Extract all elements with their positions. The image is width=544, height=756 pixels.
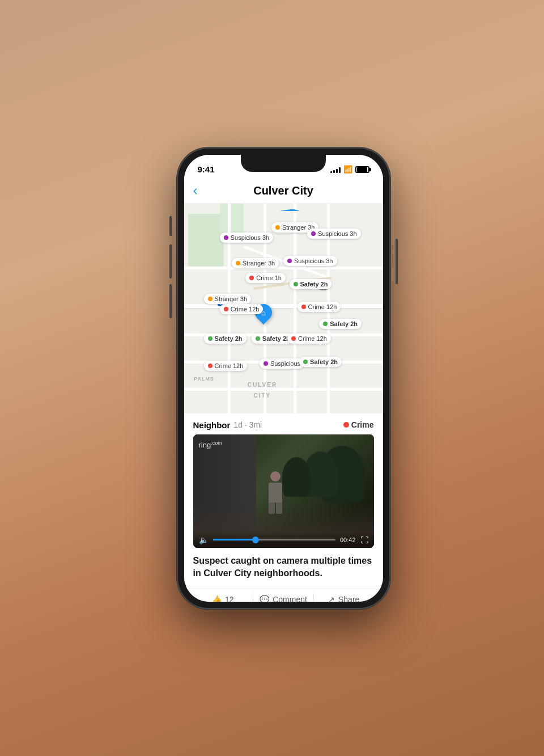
progress-fill [213, 539, 256, 540]
fullscreen-icon[interactable]: ⛶ [360, 535, 368, 544]
phone-screen: 9:41 📶 [184, 155, 383, 602]
video-scene: ring.com [193, 434, 374, 548]
map-marker-safety-5[interactable]: Safety 2h [299, 357, 342, 367]
map-marker-crime-1[interactable]: Crime 1h [245, 273, 286, 283]
video-player[interactable]: ring.com 🔈 0 [193, 434, 374, 548]
map-marker-stranger-3[interactable]: Stranger 3h [204, 294, 251, 304]
map-city-label: CULVER [248, 382, 277, 388]
category-dot [343, 422, 349, 428]
signal-icon [330, 166, 341, 173]
ring-watermark: ring.com [199, 440, 222, 449]
map-marker-crime-4[interactable]: Crime 12h [287, 333, 331, 344]
category-label: Crime [351, 420, 374, 429]
thumbs-up-icon: 👍 [212, 595, 222, 601]
status-icons: 📶 [330, 165, 369, 174]
back-button[interactable]: ‹ [193, 183, 198, 198]
page-title: Culver City [253, 184, 313, 197]
status-time: 9:41 [198, 164, 215, 174]
map-marker-crime-5[interactable]: Crime 12h [204, 361, 248, 371]
share-label: Share [338, 595, 359, 601]
post-actions: 👍 12 💬 Comment ↗ [184, 589, 383, 601]
map-marker-crime-2[interactable]: Crime 12h [220, 304, 264, 314]
post-time: 1d · 3mi [233, 420, 262, 429]
like-button[interactable]: 👍 12 [193, 595, 253, 601]
wifi-icon: 📶 [343, 165, 352, 174]
post-header: Neighbor 1d · 3mi Crime [184, 413, 383, 434]
progress-thumb [252, 537, 259, 543]
map-marker-suspicious-1[interactable]: Suspicious 3h [220, 233, 274, 243]
map-marker-stranger-2[interactable]: Stranger 3h [232, 258, 279, 268]
map-marker-crime-3[interactable]: Crime 12h [298, 302, 341, 312]
video-timestamp: 00:42 [340, 537, 356, 543]
comment-icon: 💬 [260, 595, 269, 601]
post-category: Crime [343, 420, 374, 429]
comment-label: Comment [273, 595, 307, 601]
map-marker-safety-3[interactable]: Safety 2h [204, 333, 246, 344]
app-content: ‹ Culver City [184, 180, 383, 602]
post-meta: Neighbor 1d · 3mi [193, 420, 262, 430]
map-palms-label: PALMS [194, 376, 214, 382]
video-controls: 🔈 00:42 ⛶ [193, 532, 374, 548]
share-button[interactable]: ↗ Share [314, 595, 374, 601]
phone-notch [241, 155, 326, 172]
person-figure [269, 471, 282, 514]
map-marker-suspicious-3[interactable]: Suspicious 3h [283, 256, 337, 266]
nav-header: ‹ Culver City [184, 180, 383, 204]
feed-post: Neighbor 1d · 3mi Crime [184, 413, 383, 602]
map-city-label-2: CITY [253, 392, 271, 399]
phone-frame: 9:41 📶 [177, 148, 390, 609]
map-container[interactable]: CULVER CITY PALMS ⌂ 10 405 [184, 204, 383, 413]
post-author: Neighbor [193, 420, 231, 430]
volume-icon[interactable]: 🔈 [199, 535, 209, 544]
comment-button[interactable]: 💬 Comment [253, 595, 313, 601]
map-marker-safety-1[interactable]: Safety 2h [290, 279, 332, 289]
progress-bar[interactable] [213, 539, 335, 540]
share-icon: ↗ [328, 595, 335, 601]
post-description: Suspect caught on camera multiple times … [184, 548, 383, 587]
feed-section: Neighbor 1d · 3mi Crime [184, 413, 383, 602]
like-count: 12 [225, 595, 234, 601]
battery-icon [355, 166, 369, 173]
map-marker-suspicious-2[interactable]: Suspicious 3h [307, 229, 361, 239]
phone-device: 9:41 📶 [177, 148, 390, 609]
map-marker-safety-2[interactable]: Safety 2h [319, 319, 362, 329]
map-marker-suspicious-4[interactable]: Suspicious [260, 358, 304, 369]
